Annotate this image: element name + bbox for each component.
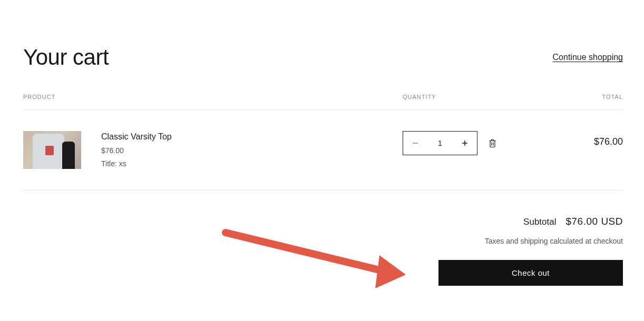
product-name: Classic Varsity Top	[101, 132, 172, 142]
product-variant: Title: xs	[101, 159, 172, 168]
decrease-quantity-button[interactable]	[403, 132, 427, 155]
tax-shipping-note: Taxes and shipping calculated at checkou…	[23, 237, 623, 245]
remove-item-button[interactable]	[487, 138, 497, 148]
cart-item-row: Classic Varsity Top $76.00 Title: xs 1	[23, 110, 623, 190]
increase-quantity-button[interactable]	[453, 132, 477, 155]
table-header: PRODUCT QUANTITY TOTAL	[23, 94, 623, 110]
line-total: $76.00	[529, 131, 623, 147]
quantity-value[interactable]: 1	[427, 139, 453, 147]
page-title: Your cart	[23, 45, 109, 70]
column-total-label: TOTAL	[529, 94, 623, 100]
product-image	[23, 131, 81, 169]
column-quantity-label: QUANTITY	[403, 94, 529, 100]
subtotal-value: $76.00 USD	[565, 216, 623, 227]
minus-icon	[412, 140, 418, 146]
quantity-stepper: 1	[403, 131, 477, 155]
column-product-label: PRODUCT	[23, 94, 403, 100]
product-price: $76.00	[101, 146, 172, 155]
checkout-button[interactable]: Check out	[438, 260, 623, 286]
plus-icon	[462, 140, 468, 146]
trash-icon	[489, 139, 496, 148]
subtotal-label: Subtotal	[523, 217, 556, 227]
continue-shopping-link[interactable]: Continue shopping	[553, 53, 623, 62]
